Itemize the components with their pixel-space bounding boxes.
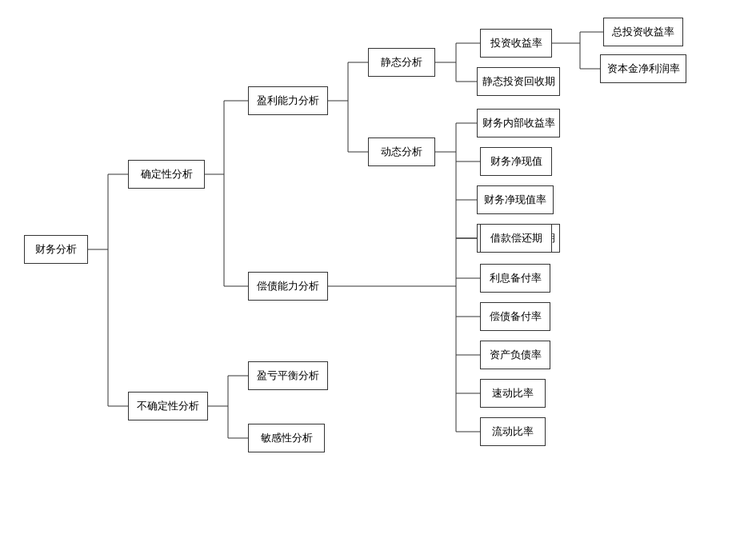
- sensitivity-node: 敏感性分析: [248, 424, 325, 452]
- diagram: 财务分析 确定性分析 不确定性分析 盈利能力分析 偿债能力分析 盈亏平衡分析 敏…: [0, 0, 756, 534]
- uncertain-node: 不确定性分析: [128, 392, 208, 420]
- current-ratio-node: 流动比率: [480, 417, 546, 446]
- fin-internal-node: 财务内部收益率: [477, 109, 560, 137]
- static-node: 静态分析: [368, 48, 435, 77]
- total-invest-node: 总投资收益率: [603, 18, 683, 46]
- quick-ratio-node: 速动比率: [480, 379, 546, 408]
- debt-cover-node: 偿债备付率: [480, 302, 550, 331]
- root-node: 财务分析: [24, 235, 88, 264]
- invest-return-node: 投资收益率: [480, 29, 552, 58]
- deterministic-node: 确定性分析: [128, 160, 205, 189]
- dynamic-node: 动态分析: [368, 137, 435, 166]
- asset-liab-node: 资产负债率: [480, 341, 550, 369]
- static-period-node: 静态投资回收期: [477, 67, 560, 96]
- capital-profit-node: 资本金净利润率: [600, 54, 686, 83]
- interest-cover-node: 利息备付率: [480, 264, 550, 293]
- debt-node: 偿债能力分析: [248, 272, 328, 301]
- breakeven-node: 盈亏平衡分析: [248, 361, 328, 390]
- fin-netreturn-node: 财务净现值率: [477, 185, 554, 214]
- profitability-node: 盈利能力分析: [248, 86, 328, 115]
- fin-npv-node: 财务净现值: [480, 147, 552, 176]
- loan-repay-node: 借款偿还期: [480, 224, 552, 253]
